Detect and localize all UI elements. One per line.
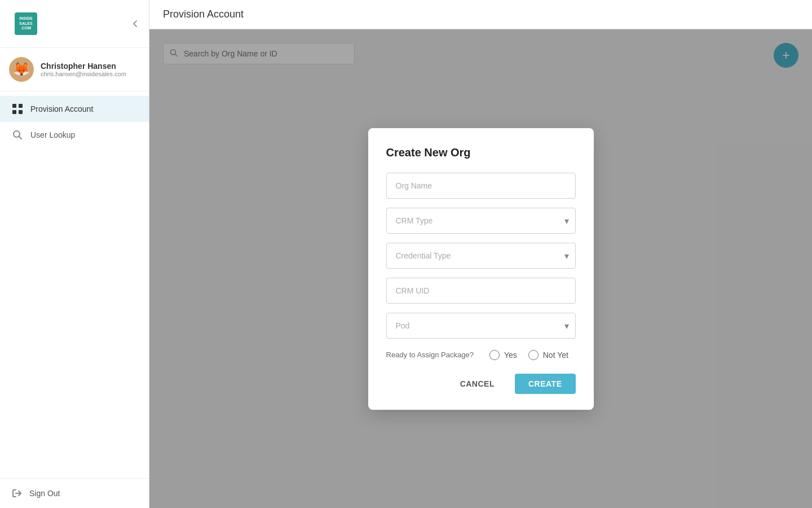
org-name-field xyxy=(386,173,576,199)
avatar-image: 🦊 xyxy=(13,62,30,77)
create-button[interactable]: CREATE xyxy=(515,374,576,394)
pod-select[interactable]: Pod Pod 1Pod 2Pod 3 xyxy=(386,313,576,339)
user-name: Christopher Hansen xyxy=(41,62,126,71)
package-assignment-section: Ready to Assign Package? Yes Not Yet xyxy=(386,350,576,360)
svg-rect-1 xyxy=(19,104,23,108)
content-area: + Create New Org CRM Type SalesforceMicr… xyxy=(149,29,812,508)
yes-radio[interactable] xyxy=(489,350,500,360)
svg-rect-3 xyxy=(19,110,23,114)
user-section: 🦊 Christopher Hansen chris.hansen@inside… xyxy=(0,48,149,91)
modal-overlay: Create New Org CRM Type SalesforceMicros… xyxy=(149,29,812,508)
page-title: Provision Account xyxy=(163,8,244,20)
crm-type-field: CRM Type SalesforceMicrosoft DynamicsHub… xyxy=(386,208,576,234)
main-content: Provision Account + Create New Org xyxy=(149,0,812,508)
modal-actions: CANCEL CREATE xyxy=(386,374,576,394)
crm-uid-input[interactable] xyxy=(386,278,576,304)
logo-text: INSIDESALES.COM xyxy=(19,16,32,30)
yes-option[interactable]: Yes xyxy=(489,350,517,360)
pod-field: Pod Pod 1Pod 2Pod 3 ▾ xyxy=(386,313,576,339)
org-name-input[interactable] xyxy=(386,173,576,199)
svg-rect-0 xyxy=(12,104,16,108)
sidebar-bottom: Sign Out xyxy=(0,478,149,508)
crm-uid-field xyxy=(386,278,576,304)
sidebar-header: INSIDESALES.COM xyxy=(0,0,149,48)
yes-label: Yes xyxy=(504,351,517,360)
svg-rect-2 xyxy=(12,110,16,114)
nav-section: Provision Account User Lookup xyxy=(0,91,149,478)
not-yet-label: Not Yet xyxy=(543,351,568,360)
not-yet-radio[interactable] xyxy=(528,350,539,360)
user-email: chris.hansen@insidesales.com xyxy=(41,71,126,77)
sidebar-item-label: User Lookup xyxy=(30,130,75,139)
credential-type-select[interactable]: Credential Type OAuthUsername/Password xyxy=(386,243,576,269)
sidebar: INSIDESALES.COM 🦊 Christopher Hansen chr… xyxy=(0,0,149,508)
sign-out-label: Sign Out xyxy=(29,489,60,498)
collapse-button[interactable] xyxy=(129,17,142,30)
app-logo: INSIDESALES.COM xyxy=(15,12,37,35)
create-org-modal: Create New Org CRM Type SalesforceMicros… xyxy=(368,128,594,410)
cancel-button[interactable]: CANCEL xyxy=(447,374,508,394)
sidebar-item-label: Provision Account xyxy=(30,104,93,113)
sidebar-item-user-lookup[interactable]: User Lookup xyxy=(0,122,149,148)
not-yet-option[interactable]: Not Yet xyxy=(528,350,568,360)
user-info: Christopher Hansen chris.hansen@insidesa… xyxy=(41,62,126,77)
grid-icon xyxy=(11,103,24,115)
avatar: 🦊 xyxy=(9,57,34,82)
ready-label: Ready to Assign Package? xyxy=(386,351,474,359)
sign-out-icon xyxy=(11,488,23,499)
modal-title: Create New Org xyxy=(386,146,576,159)
page-header: Provision Account xyxy=(149,0,812,29)
sidebar-item-provision-account[interactable]: Provision Account xyxy=(0,96,149,122)
search-icon xyxy=(11,129,24,141)
credential-type-field: Credential Type OAuthUsername/Password ▾ xyxy=(386,243,576,269)
sign-out-button[interactable]: Sign Out xyxy=(11,488,138,499)
crm-type-select[interactable]: CRM Type SalesforceMicrosoft DynamicsHub… xyxy=(386,208,576,234)
